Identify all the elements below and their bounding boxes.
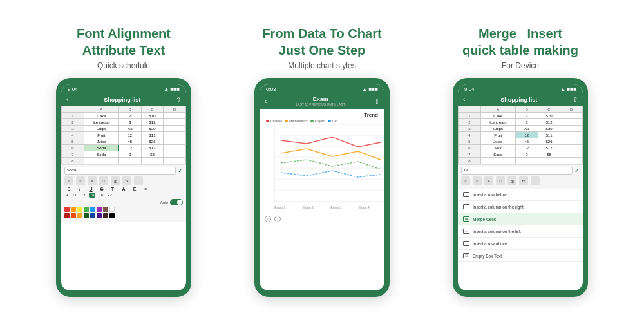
nav-next[interactable]: i — [274, 216, 281, 222]
align-left-icon-3[interactable]: ≡ — [461, 176, 470, 185]
cell[interactable]: Cake — [480, 113, 515, 119]
cell[interactable] — [141, 158, 164, 164]
cell[interactable]: A3 — [515, 126, 538, 132]
table-row[interactable]: 2 Ice cream 3 $12 — [459, 119, 583, 126]
auto-toggle[interactable] — [170, 199, 183, 205]
cell[interactable]: Juice — [84, 138, 118, 145]
color-green[interactable] — [84, 207, 89, 212]
cell[interactable]: $10 — [538, 113, 560, 119]
cell[interactable] — [480, 158, 515, 164]
italic-button[interactable]: I — [75, 187, 84, 191]
cell[interactable]: $12 — [141, 119, 164, 126]
bold-button[interactable]: B — [64, 187, 73, 191]
cell[interactable]: $30 — [538, 126, 560, 132]
align-center-icon-3[interactable]: ≡ — [473, 176, 482, 185]
table-row[interactable]: 7 Soda 3 $8 — [62, 151, 186, 158]
cell[interactable] — [164, 138, 186, 145]
merge-icon-1[interactable]: ⊞ — [111, 176, 120, 185]
cell[interactable] — [515, 158, 538, 164]
cell[interactable]: $12 — [141, 145, 164, 151]
table-row[interactable]: 1 Cake 2 $10 — [459, 113, 583, 119]
more-icon-1[interactable]: … — [134, 176, 143, 185]
confirm-icon-3[interactable]: ✓ — [574, 167, 580, 174]
cell[interactable]: 12 — [515, 145, 538, 151]
formula-icon-3[interactable]: fx — [519, 176, 528, 185]
strikethrough-button[interactable]: S — [97, 187, 106, 191]
table-row[interactable]: 4 Fruit 12 $11 — [459, 132, 583, 138]
table-row[interactable]: 8 — [62, 158, 186, 164]
cell[interactable] — [84, 158, 118, 164]
cell[interactable]: 2 — [515, 113, 538, 119]
cell[interactable] — [560, 113, 583, 119]
empty-box-text[interactable]: ☐ Empty Box Text — [458, 250, 583, 262]
cell[interactable]: 3 — [118, 119, 141, 126]
confirm-icon-1[interactable]: ✓ — [178, 167, 183, 174]
insert-col-left[interactable]: ← Insert a column on the left — [458, 225, 583, 238]
color-black[interactable] — [109, 213, 115, 218]
color-dark-orange[interactable] — [71, 213, 76, 218]
color-dark-yellow[interactable] — [77, 213, 82, 218]
cell[interactable] — [538, 158, 560, 164]
cell[interactable] — [164, 119, 186, 126]
font-size-icon[interactable]: A — [88, 176, 97, 185]
cell[interactable]: $11 — [141, 132, 164, 138]
wrap-button[interactable]: E — [130, 187, 139, 191]
cell[interactable]: 3 — [118, 151, 141, 158]
nav-prev[interactable]: ‹ — [265, 216, 271, 222]
cell[interactable]: 12 — [118, 145, 141, 151]
table-row[interactable]: 3 Chips A3 $30 — [62, 126, 186, 132]
cell[interactable]: $11 — [538, 132, 560, 138]
color-dark-brown[interactable] — [103, 213, 108, 218]
color-purple[interactable] — [97, 207, 102, 212]
back-icon-1[interactable]: ‹ — [66, 96, 68, 103]
table-row[interactable]: 4 Fruit 12 $11 — [62, 132, 186, 138]
cell[interactable] — [164, 145, 186, 151]
back-icon-2[interactable]: ‹ — [265, 98, 267, 105]
border-button[interactable]: ≡ — [141, 187, 150, 191]
color-dark-green[interactable] — [84, 213, 89, 218]
insert-col-right[interactable]: → Insert a column on the right — [458, 201, 583, 213]
color-dark-red[interactable] — [64, 213, 70, 218]
size-22[interactable]: 22 — [106, 193, 113, 197]
cell-input-3[interactable]: 12 — [461, 167, 573, 175]
cell[interactable]: Chips — [480, 126, 515, 132]
cell[interactable] — [164, 132, 186, 138]
insert-row-below[interactable]: ↓ Insert a row below — [458, 189, 583, 201]
more-icon-3[interactable]: … — [531, 176, 540, 185]
cell[interactable]: Ice cream — [84, 119, 118, 126]
cell-input-1[interactable]: Soda — [64, 167, 176, 175]
cell[interactable]: Fruit — [84, 132, 118, 138]
cell[interactable]: 2 — [118, 113, 141, 119]
cell[interactable]: $12 — [538, 145, 560, 151]
cell[interactable] — [560, 119, 583, 126]
cell[interactable]: Chips — [84, 126, 118, 132]
color-dark-purple[interactable] — [97, 213, 102, 218]
border-icon-3[interactable]: □ — [496, 176, 505, 185]
cell-merge[interactable]: 12 — [515, 132, 538, 138]
share-icon-3[interactable]: ⇧ — [573, 96, 578, 103]
cell[interactable]: Ice cream — [480, 119, 515, 126]
insert-row-above[interactable]: ↑ Insert a row above — [458, 238, 583, 250]
cell[interactable]: $30 — [141, 126, 164, 132]
font-size-icon-3[interactable]: A — [484, 176, 493, 185]
cell[interactable]: Cake — [84, 113, 118, 119]
table-row[interactable]: 3 Chips A3 $30 — [459, 126, 583, 132]
cell[interactable]: $10 — [141, 113, 164, 119]
cell[interactable]: Milk — [480, 145, 515, 151]
align-left-icon[interactable]: ≡ — [64, 176, 73, 185]
color-blue[interactable] — [90, 207, 95, 212]
cell[interactable] — [560, 145, 583, 151]
cell[interactable] — [164, 113, 186, 119]
size-9[interactable]: 9 — [64, 193, 69, 197]
cell[interactable]: $26 — [538, 138, 560, 145]
cell[interactable] — [164, 158, 186, 164]
align-center-icon[interactable]: ≡ — [76, 176, 85, 185]
table-row[interactable]: 7 Soda 3 $8 — [459, 151, 583, 158]
cell[interactable]: 12 — [118, 132, 141, 138]
cell[interactable]: $12 — [538, 119, 560, 126]
color-dark-blue[interactable] — [90, 213, 95, 218]
merge-cells[interactable]: ⊞ Merge Cells — [458, 213, 583, 225]
color-white[interactable] — [109, 207, 115, 212]
size-16[interactable]: 16 — [97, 193, 104, 197]
cell[interactable] — [164, 126, 186, 132]
